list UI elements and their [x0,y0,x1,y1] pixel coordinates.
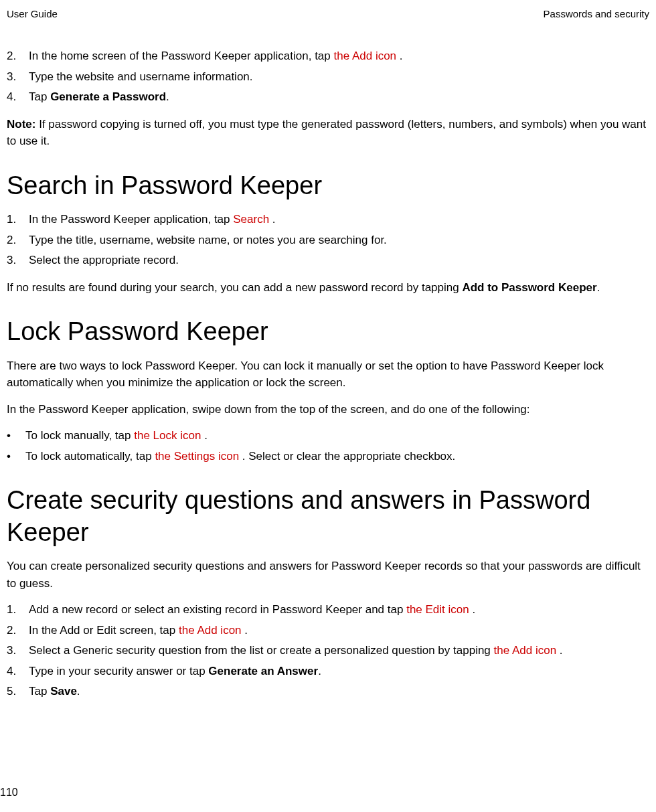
security-heading: Create security questions and answers in… [7,485,649,548]
list-number: 4. [7,88,29,106]
text-fragment: Type in your security answer or tap [29,665,208,677]
list-text: In the home screen of the Password Keepe… [29,48,649,65]
list-item: 1. In the Password Keeper application, t… [7,211,649,228]
add-icon: the Add icon [494,644,557,657]
list-text: Select the appropriate record. [29,252,649,269]
list-item: 3. Select a Generic security question fr… [7,642,649,659]
lock-heading: Lock Password Keeper [7,316,649,348]
text-fragment: In the Password Keeper application, tap [29,213,233,226]
lock-icon: the Lock icon [134,429,201,442]
text-fragment: . [166,90,169,103]
list-number: 1. [7,601,29,619]
list-number: 2. [7,48,29,65]
settings-icon: the Settings icon [155,450,239,463]
note-paragraph: Note: If password copying is turned off,… [7,116,649,150]
bullet: • [7,427,25,444]
list-number: 4. [7,663,29,680]
list-text: Add a new record or select an existing r… [29,601,649,619]
list-number: 3. [7,68,29,86]
text-fragment: . [469,603,475,616]
text-fragment: . [318,665,321,677]
list-item: 2. In the home screen of the Password Ke… [7,48,649,65]
list-number: 5. [7,683,29,700]
list-number: 2. [7,622,29,639]
list-text: Select a Generic security question from … [29,642,649,659]
add-icon: the Add icon [334,50,397,62]
add-icon: the Add icon [179,624,242,637]
text-fragment: Select a Generic security question from … [29,644,494,657]
list-item: 1. Add a new record or select an existin… [7,601,649,619]
note-text: If password copying is turned off, you m… [7,118,646,148]
text-fragment: . [77,685,80,698]
list-item: • To lock automatically, tap the Setting… [7,448,649,465]
list-number: 1. [7,211,29,228]
text-fragment: Tap [29,90,50,103]
text-fragment: . [556,644,562,657]
list-item: 4. Type in your security answer or tap G… [7,663,649,680]
text-fragment: To lock automatically, tap [25,450,155,463]
bold-text: Generate an Answer [208,665,318,677]
edit-icon: the Edit icon [406,603,469,616]
lock-intro: In the Password Keeper application, swip… [7,401,649,418]
list-text: Type the website and username informatio… [29,68,649,86]
text-fragment: . [269,213,275,226]
page-number: 110 [0,787,18,799]
lock-description: There are two ways to lock Password Keep… [7,357,649,392]
list-item: • To lock manually, tap the Lock icon . [7,427,649,444]
text-fragment: . [201,429,207,442]
list-item: 5. Tap Save. [7,683,649,700]
bold-text: Save [50,685,77,698]
list-item: 3. Type the website and username informa… [7,68,649,86]
header-left: User Guide [7,8,58,19]
list-number: 2. [7,232,29,249]
text-fragment: . [597,281,600,294]
bold-text: Add to Password Keeper [462,281,596,294]
search-heading: Search in Password Keeper [7,170,649,202]
text-fragment: In the Add or Edit screen, tap [29,624,179,637]
text-fragment: Add a new record or select an existing r… [29,603,406,616]
list-text: To lock automatically, tap the Settings … [25,448,649,465]
note-label: Note: [7,118,39,131]
list-text: Type in your security answer or tap Gene… [29,663,649,680]
text-fragment: . [242,624,248,637]
list-item: 2. In the Add or Edit screen, tap the Ad… [7,622,649,639]
list-item: 4. Tap Generate a Password. [7,88,649,106]
list-text: In the Add or Edit screen, tap the Add i… [29,622,649,639]
security-description: You can create personalized security que… [7,558,649,592]
header-right: Passwords and security [544,8,649,19]
list-text: In the Password Keeper application, tap … [29,211,649,228]
text-fragment: To lock manually, tap [25,429,134,442]
list-text: To lock manually, tap the Lock icon . [25,427,649,444]
text-fragment: . Select or clear the appropriate checkb… [239,450,455,463]
list-text: Tap Save. [29,683,649,700]
search-followup: If no results are found during your sear… [7,279,649,297]
bullet: • [7,448,25,465]
list-text: Type the title, username, website name, … [29,232,649,249]
bold-text: Generate a Password [50,90,166,103]
text-fragment: In the home screen of the Password Keepe… [29,50,334,62]
page-header: User Guide Passwords and security [7,8,649,19]
search-icon: Search [233,213,269,226]
text-fragment: . [396,50,402,62]
list-text: Tap Generate a Password. [29,88,649,106]
list-item: 3. Select the appropriate record. [7,252,649,269]
text-fragment: Tap [29,685,50,698]
list-number: 3. [7,642,29,659]
list-item: 2. Type the title, username, website nam… [7,232,649,249]
text-fragment: If no results are found during your sear… [7,281,462,294]
list-number: 3. [7,252,29,269]
